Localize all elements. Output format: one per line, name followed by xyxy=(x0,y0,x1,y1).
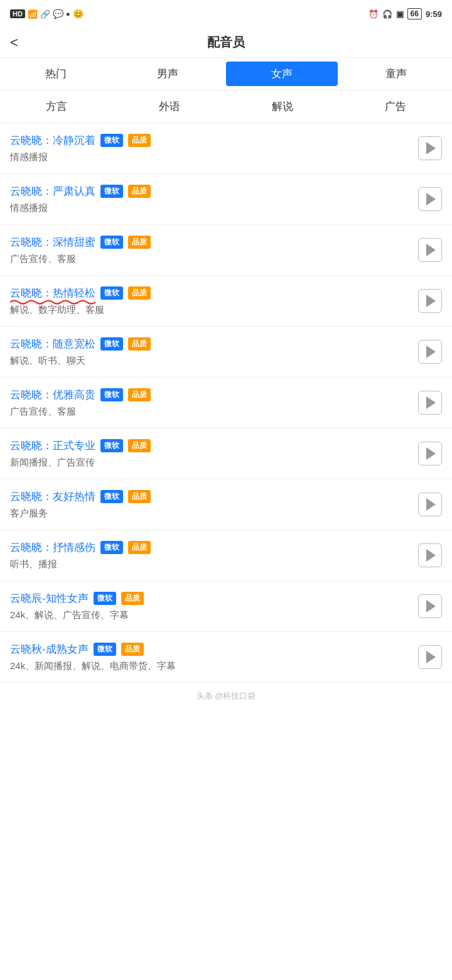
voice-desc-6: 新闻播报、广告宣传 xyxy=(10,457,418,469)
voice-desc-0: 情感播报 xyxy=(10,151,418,163)
voice-name-3: 云晓晓：热情轻松 xyxy=(10,286,95,300)
badge-quality-7: 品质 xyxy=(128,490,151,503)
play-icon-9 xyxy=(426,600,436,612)
status-right: ⏰ 🎧 ▣ 66 9:59 xyxy=(369,8,442,19)
badge-quality-10: 品质 xyxy=(121,643,144,656)
tab2-方言[interactable]: 方言 xyxy=(0,90,113,122)
voice-desc-5: 广告宣传、客服 xyxy=(10,406,418,418)
badge-quality-8: 品质 xyxy=(128,541,151,554)
play-icon-2 xyxy=(426,244,436,256)
badge-quality-6: 品质 xyxy=(128,439,151,452)
play-button-8[interactable] xyxy=(418,543,442,567)
voice-name-4: 云晓晓：随意宽松 xyxy=(10,337,95,351)
play-button-0[interactable] xyxy=(418,136,442,160)
play-icon-7 xyxy=(426,498,436,511)
page-title: 配音员 xyxy=(207,34,245,51)
voice-item-8: 云晓晓：抒情感伤微软品质听书、播报 xyxy=(0,530,452,581)
badge-microsft-3: 微软 xyxy=(100,286,123,300)
tab-童声[interactable]: 童声 xyxy=(340,58,452,90)
voice-desc-1: 情感播报 xyxy=(10,202,418,214)
voice-item-5: 云晓晓：优雅高贵微软品质广告宣传、客服 xyxy=(0,378,452,428)
voice-name-9: 云晓辰-知性女声 xyxy=(10,591,89,606)
alarm-icon: ⏰ xyxy=(369,9,379,19)
voice-name-6: 云晓晓：正式专业 xyxy=(10,438,95,453)
voice-item-1: 云晓晓：严肃认真微软品质情感播报 xyxy=(0,174,452,225)
voice-item-6: 云晓晓：正式专业微软品质新闻播报、广告宣传 xyxy=(0,428,452,479)
tab2-外语[interactable]: 外语 xyxy=(113,90,226,122)
badge-quality-3: 品质 xyxy=(128,286,151,300)
badge-microsft-10: 微软 xyxy=(94,643,116,656)
tab-热门[interactable]: 热门 xyxy=(0,58,112,90)
play-button-1[interactable] xyxy=(418,187,442,211)
voice-desc-8: 听书、播报 xyxy=(10,558,418,570)
voice-item-2: 云晓晓：深情甜蜜微软品质广告宣传、客服 xyxy=(0,225,452,276)
tabs-row-1: 热门男声女声童声 xyxy=(0,58,452,90)
play-icon-5 xyxy=(426,396,436,409)
voice-name-2: 云晓晓：深情甜蜜 xyxy=(10,235,95,249)
play-button-5[interactable] xyxy=(418,391,442,415)
voice-item-4: 云晓晓：随意宽松微软品质解说、听书、聊天 xyxy=(0,327,452,378)
badge-microsft-1: 微软 xyxy=(100,185,123,198)
voice-name-1: 云晓晓：严肃认真 xyxy=(10,184,95,199)
voice-name-5: 云晓晓：优雅高贵 xyxy=(10,388,95,402)
voice-item-7: 云晓晓：友好热情微软品质客户服务 xyxy=(0,479,452,530)
time: 9:59 xyxy=(426,9,442,19)
voice-desc-10: 24k、新闻播报、解说、电商带货、字幕 xyxy=(10,660,418,672)
status-bar: HD 📶 🔗 💬 ● 😊 ⏰ 🎧 ▣ 66 9:59 xyxy=(0,0,452,28)
play-icon-1 xyxy=(426,193,436,205)
header: < 配音员 xyxy=(0,28,452,58)
tab-男声[interactable]: 男声 xyxy=(112,58,223,90)
voice-desc-3: 解说、数字助理、客服 xyxy=(10,304,418,316)
play-button-4[interactable] xyxy=(418,340,442,364)
play-button-7[interactable] xyxy=(418,493,442,516)
dot-icon: ● xyxy=(66,10,70,18)
voice-desc-4: 解说、听书、聊天 xyxy=(10,355,418,367)
voice-desc-7: 客户服务 xyxy=(10,508,418,520)
voice-name-8: 云晓晓：抒情感伤 xyxy=(10,540,95,555)
badge-microsft-8: 微软 xyxy=(100,541,123,554)
voice-item-9: 云晓辰-知性女声微软品质24k、解说、广告宣传、字幕 xyxy=(0,581,452,632)
play-icon-3 xyxy=(426,295,436,307)
tabs-row-2: 方言外语解说广告 xyxy=(0,90,452,123)
voice-desc-9: 24k、解说、广告宣传、字幕 xyxy=(10,609,418,621)
play-button-9[interactable] xyxy=(418,594,442,618)
badge-microsft-2: 微软 xyxy=(100,236,123,249)
voice-name-7: 云晓晓：友好热情 xyxy=(10,489,95,504)
badge-microsft-6: 微软 xyxy=(100,439,123,452)
badge-microsft-7: 微软 xyxy=(100,490,123,503)
face-icon: 😊 xyxy=(73,9,83,19)
nfc-icon: ▣ xyxy=(396,9,404,19)
badge-microsft-5: 微软 xyxy=(100,388,123,401)
voice-desc-2: 广告宣传、客服 xyxy=(10,253,418,265)
status-left: HD 📶 🔗 💬 ● 😊 xyxy=(10,9,83,19)
play-icon-0 xyxy=(426,142,436,155)
play-icon-8 xyxy=(426,549,436,562)
tab2-解说[interactable]: 解说 xyxy=(226,90,339,122)
badge-quality-0: 品质 xyxy=(128,134,151,147)
hd-badge: HD xyxy=(10,9,25,18)
badge-quality-1: 品质 xyxy=(128,185,151,198)
headphone-icon: 🎧 xyxy=(382,9,392,19)
play-button-3[interactable] xyxy=(418,289,442,313)
badge-quality-4: 品质 xyxy=(128,337,151,351)
battery-icon: 66 xyxy=(407,8,422,19)
badge-quality-5: 品质 xyxy=(128,388,151,401)
badge-quality-2: 品质 xyxy=(128,236,151,249)
tab-女声[interactable]: 女声 xyxy=(226,62,338,86)
signal-icon: 📶 xyxy=(28,9,38,19)
tab2-广告[interactable]: 广告 xyxy=(339,90,452,122)
voice-name-0: 云晓晓：冷静沉着 xyxy=(10,133,95,148)
voice-name-10: 云晓秋-成熟女声 xyxy=(10,642,89,656)
play-icon-4 xyxy=(426,346,436,358)
badge-microsft-0: 微软 xyxy=(100,134,123,147)
play-button-6[interactable] xyxy=(418,442,442,466)
play-button-2[interactable] xyxy=(418,238,442,262)
badge-microsft-9: 微软 xyxy=(94,592,116,605)
play-button-10[interactable] xyxy=(418,645,442,669)
wechat-icon: 💬 xyxy=(53,9,63,19)
voice-item-10: 云晓秋-成熟女声微软品质24k、新闻播报、解说、电商带货、字幕 xyxy=(0,632,452,683)
voice-list: 云晓晓：冷静沉着微软品质情感播报云晓晓：严肃认真微软品质情感播报云晓晓：深情甜蜜… xyxy=(0,123,452,683)
back-button[interactable]: < xyxy=(10,35,18,51)
play-icon-10 xyxy=(426,651,436,663)
play-icon-6 xyxy=(426,447,436,460)
